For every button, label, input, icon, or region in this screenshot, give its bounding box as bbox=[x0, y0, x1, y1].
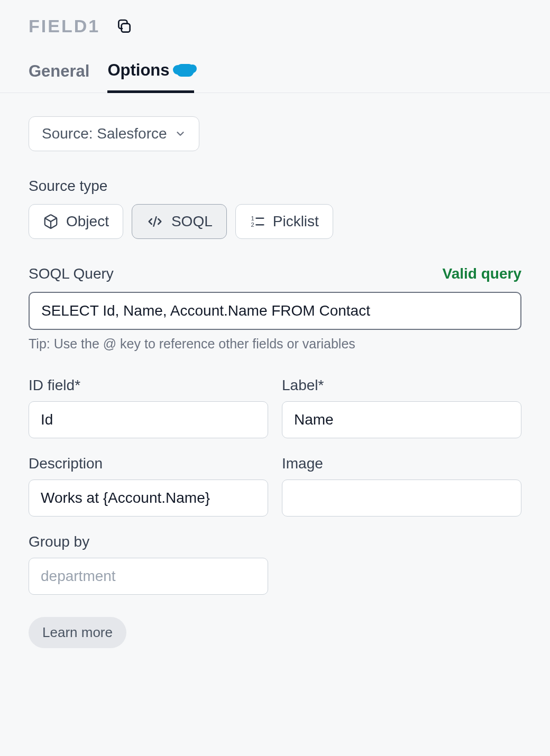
query-tip: Tip: Use the @ key to reference other fi… bbox=[29, 336, 521, 352]
tab-options-label: Options bbox=[107, 61, 169, 80]
query-status: Valid query bbox=[443, 265, 521, 282]
soql-query-label: SOQL Query bbox=[29, 265, 114, 282]
tab-general[interactable]: General bbox=[29, 62, 89, 91]
group-by-label: Group by bbox=[29, 533, 268, 550]
tab-options[interactable]: Options bbox=[107, 61, 194, 93]
source-type-label: Source type bbox=[29, 178, 521, 195]
source-type-picklist[interactable]: 1 2 Picklist bbox=[235, 204, 333, 239]
svg-text:2: 2 bbox=[251, 222, 254, 228]
image-field-input[interactable] bbox=[282, 480, 521, 517]
svg-rect-0 bbox=[122, 23, 130, 32]
ordered-list-icon: 1 2 bbox=[250, 214, 265, 229]
source-type-object[interactable]: Object bbox=[29, 204, 123, 239]
cube-icon bbox=[43, 214, 59, 229]
tab-general-label: General bbox=[29, 62, 89, 81]
description-field-label: Description bbox=[29, 455, 268, 472]
description-field-input[interactable] bbox=[29, 480, 268, 517]
salesforce-icon bbox=[176, 64, 194, 77]
source-type-object-label: Object bbox=[66, 213, 109, 230]
source-type-soql[interactable]: SOQL bbox=[132, 204, 227, 239]
svg-text:1: 1 bbox=[251, 215, 254, 222]
label-field-input[interactable] bbox=[282, 401, 521, 438]
copy-icon[interactable] bbox=[116, 18, 133, 35]
source-type-picklist-label: Picklist bbox=[273, 213, 319, 230]
source-select-label: Source: Salesforce bbox=[42, 125, 167, 142]
id-field-label: ID field* bbox=[29, 377, 268, 394]
id-field-input[interactable] bbox=[29, 401, 268, 438]
image-field-label: Image bbox=[282, 455, 521, 472]
svg-line-2 bbox=[153, 217, 156, 226]
source-type-soql-label: SOQL bbox=[171, 213, 213, 230]
source-select[interactable]: Source: Salesforce bbox=[29, 116, 199, 151]
group-by-input[interactable] bbox=[29, 558, 268, 595]
learn-more-button[interactable]: Learn more bbox=[29, 617, 126, 648]
soql-query-input[interactable] bbox=[29, 292, 521, 330]
code-icon bbox=[146, 214, 164, 229]
label-field-label: Label* bbox=[282, 377, 521, 394]
field-title: FIELD1 bbox=[29, 16, 100, 36]
chevron-down-icon bbox=[175, 128, 186, 140]
